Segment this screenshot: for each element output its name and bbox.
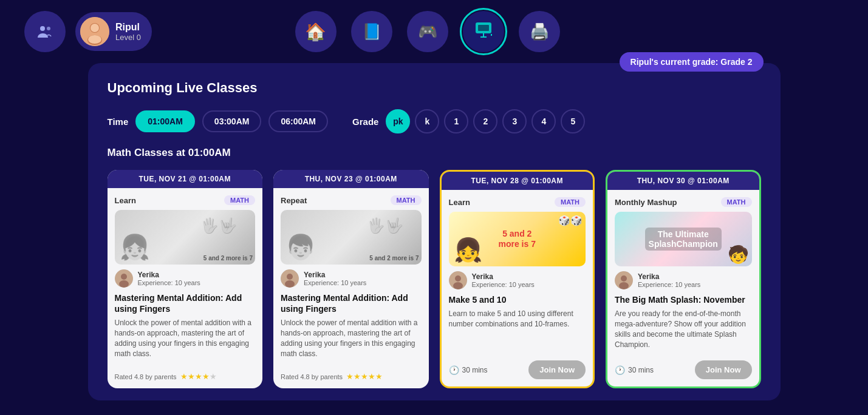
home-icon: 🏠 xyxy=(305,22,326,42)
class-card-2: THU, NOV 23 @ 01:00AM Repeat MATH 👦 🖐️🤟 … xyxy=(273,170,429,388)
teacher-row-3: Yerika Experience: 10 years xyxy=(449,271,586,289)
card-type-row-3: Learn MATH xyxy=(449,197,586,207)
splash-image-4: The UltimateSplashChampion 🧒 xyxy=(615,212,752,266)
time-btn-6am[interactable]: 06:00AM xyxy=(268,110,328,132)
grade-buttons: pk k 1 2 3 4 5 xyxy=(386,109,585,133)
grade-badge: Ripul's current grade: Grade 2 xyxy=(620,52,764,72)
card-type-row-2: Repeat MATH xyxy=(281,195,422,205)
card-image-text-2: 5 and 2 more is 7 xyxy=(369,255,419,261)
teacher-avatar-3 xyxy=(449,271,467,289)
grade-btn-2[interactable]: 2 xyxy=(473,109,497,133)
teacher-exp-3: Experience: 10 years xyxy=(472,281,535,288)
join-button-3[interactable]: Join Now xyxy=(528,360,586,379)
parent-button[interactable] xyxy=(24,11,66,52)
card-body-4: Monthly Mashup MATH The UltimateSplashCh… xyxy=(607,190,759,386)
join-row-3: 🕐 30 mins Join Now xyxy=(449,360,586,379)
teacher-row-1: Yerika Experience: 10 years xyxy=(115,269,256,288)
teacher-info-4: Yerika Experience: 10 years xyxy=(638,272,700,288)
card-type-2: Repeat xyxy=(281,196,307,205)
svg-point-20 xyxy=(453,282,463,289)
grade-label: Grade xyxy=(352,116,378,127)
game-icon: 🎮 xyxy=(418,22,437,41)
card-title-4: The Big Math Splash: November xyxy=(615,294,752,305)
class-card-4: THU, NOV 30 @ 01:00AM Monthly Mashup MAT… xyxy=(606,170,761,388)
grade-btn-3[interactable]: 3 xyxy=(502,109,527,133)
filters-row: Time 01:00AM 03:00AM 06:00AM Grade pk k … xyxy=(108,109,761,133)
card-footer-4: 🕐 30 mins Join Now xyxy=(615,356,752,379)
teacher-avatar-1 xyxy=(115,269,133,288)
card-image-2: 👦 🖐️🤟 5 and 2 more is 7 xyxy=(281,210,422,265)
clock-icon-3: 🕐 xyxy=(449,365,459,375)
nav-game-button[interactable]: 🎮 xyxy=(407,11,448,52)
grade-btn-1[interactable]: 1 xyxy=(444,109,468,133)
grade-btn-pk[interactable]: pk xyxy=(386,109,410,133)
stars-2: ★★★★★ xyxy=(346,372,383,381)
card-desc-3: Learn to make 5 and 10 using different n… xyxy=(449,309,586,349)
teacher-info-3: Yerika Experience: 10 years xyxy=(472,272,535,288)
join-button-4[interactable]: Join Now xyxy=(695,360,752,379)
teacher-avatar-4 xyxy=(615,271,633,289)
duration-badge-4: 🕐 30 mins xyxy=(615,365,654,375)
card-type-3: Learn xyxy=(449,198,470,207)
card-body-2: Repeat MATH 👦 🖐️🤟 5 and 2 more is 7 xyxy=(273,188,429,388)
card-image-4: The UltimateSplashChampion 🧒 xyxy=(615,212,752,266)
time-label: Time xyxy=(108,116,129,127)
card-subject-2: MATH xyxy=(391,195,422,205)
grade-btn-4[interactable]: 4 xyxy=(531,109,556,133)
join-row-4: 🕐 30 mins Join Now xyxy=(615,360,752,379)
user-info: Ripul Level 0 xyxy=(115,22,141,42)
classes-grid: TUE, NOV 21 @ 01:00AM Learn MATH 👧 🖐️🤟 5… xyxy=(108,170,761,388)
user-name: Ripul xyxy=(115,22,141,33)
time-btn-1am[interactable]: 01:00AM xyxy=(135,110,195,132)
user-profile-button[interactable]: Ripul Level 0 xyxy=(75,12,152,51)
classes-card: Ripul's current grade: Grade 2 Upcoming … xyxy=(88,63,781,400)
splash-text-4: The UltimateSplashChampion xyxy=(645,228,722,251)
svg-point-1 xyxy=(47,27,50,30)
svg-point-13 xyxy=(121,274,127,280)
nav-center-icons: 🏠 📘 🎮 🖨️ xyxy=(295,11,560,52)
card-title-3: Make 5 and 10 xyxy=(449,294,586,305)
svg-rect-8 xyxy=(478,25,489,31)
grade-btn-k[interactable]: k xyxy=(415,109,439,133)
card-body-3: Learn MATH 👧 🎲🎲 5 and 2more is 7 xyxy=(442,190,593,386)
card-type-1: Learn xyxy=(115,196,136,205)
teacher-name-2: Yerika xyxy=(304,271,366,279)
card-date-4: THU, NOV 30 @ 01:00AM xyxy=(607,172,759,190)
finger-image-1: 👧 🖐️🤟 5 and 2 more is 7 xyxy=(115,210,256,265)
teacher-exp-1: Experience: 10 years xyxy=(138,279,200,286)
card-image-1: 👧 🖐️🤟 5 and 2 more is 7 xyxy=(115,210,256,265)
svg-point-19 xyxy=(455,275,461,282)
duration-badge-3: 🕐 30 mins xyxy=(449,365,488,375)
card-subject-3: MATH xyxy=(555,197,586,207)
card-type-4: Monthly Mashup xyxy=(615,198,677,207)
grade-filter-group: Grade pk k 1 2 3 4 5 xyxy=(352,109,585,133)
card-image-3: 👧 🎲🎲 5 and 2more is 7 xyxy=(449,212,586,266)
teacher-info-2: Yerika Experience: 10 years xyxy=(304,271,366,286)
class-card-1: TUE, NOV 21 @ 01:00AM Learn MATH 👧 🖐️🤟 5… xyxy=(108,170,263,388)
svg-point-22 xyxy=(621,275,627,282)
time-btn-3am[interactable]: 03:00AM xyxy=(202,110,262,132)
card-date-3: TUE, NOV 28 @ 01:00AM xyxy=(442,172,593,190)
teacher-row-4: Yerika Experience: 10 years xyxy=(615,271,752,289)
grade-btn-5[interactable]: 5 xyxy=(561,109,585,133)
book-icon: 📘 xyxy=(362,22,381,41)
card-date-1: TUE, NOV 21 @ 01:00AM xyxy=(108,170,263,188)
card-type-row-4: Monthly Mashup MATH xyxy=(615,197,752,207)
card-subject-1: MATH xyxy=(224,195,255,205)
svg-point-6 xyxy=(88,35,101,44)
nav-presentation-button[interactable] xyxy=(463,11,504,52)
nav-print-button[interactable]: 🖨️ xyxy=(519,11,560,52)
clock-icon-4: 🕐 xyxy=(615,365,625,375)
card-body-1: Learn MATH 👧 🖐️🤟 5 and 2 more is 7 xyxy=(108,188,263,388)
teacher-row-2: Yerika Experience: 10 years xyxy=(281,269,422,288)
rating-text-2: Rated 4.8 by parents xyxy=(281,373,343,380)
dice-icon: 🎲🎲 xyxy=(558,215,583,226)
nav-home-button[interactable]: 🏠 xyxy=(295,11,337,52)
rating-row-1: Rated 4.8 by parents ★★★★★ xyxy=(115,372,256,381)
card-subject-4: MATH xyxy=(721,197,752,207)
svg-point-17 xyxy=(285,280,295,288)
nav-book-button[interactable]: 📘 xyxy=(351,11,392,52)
card-desc-4: Are you ready for the end-of-the-month m… xyxy=(615,309,752,349)
user-level: Level 0 xyxy=(115,33,141,42)
teacher-name-4: Yerika xyxy=(638,272,700,281)
